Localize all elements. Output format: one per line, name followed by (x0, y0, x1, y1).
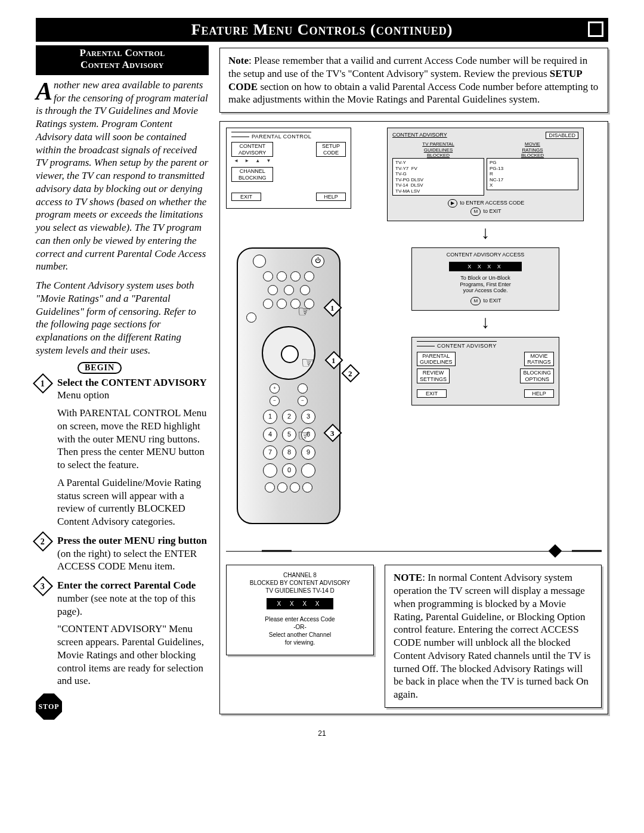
remote-num-5: 5 (282, 428, 296, 442)
setup-code-button: SETUP CODE (316, 142, 346, 157)
page-title: Feature Menu Controls (continued) (191, 21, 453, 38)
remote-round-button (290, 271, 301, 281)
m-key-icon: M (470, 208, 481, 216)
remote-vol-up: + (270, 383, 280, 394)
step-1-icon: 1 (33, 373, 53, 394)
remote-guide-button (263, 271, 273, 281)
diagram-panel: PARENTAL CONTROL CONTENT ADVISORY ◄ ► ▲ … (219, 121, 608, 714)
remote-pip-button (277, 482, 287, 493)
blocked-code-field: X X X X (267, 598, 333, 609)
diagram-step-2-icon: 2 (341, 364, 360, 383)
page-title-bar: Feature Menu Controls (continued) (36, 18, 608, 42)
remote-pip-button (302, 482, 312, 493)
intro-paragraph: Another new area available to parents fo… (36, 79, 209, 357)
arrow-down-icon: ↓ (387, 224, 584, 241)
parental-guidelines-button: PARENTAL GUIDELINES (417, 352, 456, 367)
blocked-screen: CHANNEL 8 BLOCKED BY CONTENT ADVISORY TV… (226, 565, 374, 655)
pointing-hand-icon: ☜ (298, 302, 311, 321)
remote-num-enter (301, 463, 315, 478)
remote-sleep-button (246, 312, 256, 323)
remote-vcr-button (284, 285, 294, 295)
help-button: HELP (316, 193, 346, 201)
section-heading: Parental Control Content Advisory (36, 45, 209, 75)
divider-ornament (226, 543, 602, 559)
help-button: HELP (524, 389, 554, 398)
remote-mute (298, 383, 308, 394)
remote-small-button (263, 299, 273, 309)
remote-num-7: 7 (263, 445, 277, 460)
title-bar-icon (588, 21, 603, 37)
step-2-icon: 2 (33, 531, 53, 552)
remote-numpad: 1 2 3 4 5 6 7 8 9 0 (238, 410, 339, 478)
movie-ratings-button: MOVIE RATINGS (524, 352, 554, 367)
step-2: 2 Press the outer MENU ring button (on t… (36, 534, 209, 573)
heading-line2: Content Advisory (80, 59, 164, 70)
access-code-field: X X X X (449, 262, 522, 271)
remote-num-2: 2 (282, 410, 296, 424)
arrow-down-icon: ↓ (387, 313, 584, 331)
content-advisory-menu: CONTENT ADVISORY PARENTAL GUIDELINES MOV… (411, 337, 559, 405)
pointing-hand-icon: ☜ (301, 354, 315, 372)
remote-ch-down: − (298, 396, 308, 406)
stop-icon: STOP (36, 693, 62, 720)
remote-num-0: 0 (282, 463, 296, 478)
exit-button: EXIT (417, 389, 447, 398)
review-settings-button: REVIEW SETTINGS (417, 368, 450, 383)
remote-round-button (304, 271, 314, 281)
remote-acc-button (300, 285, 310, 295)
page-number: 21 (36, 729, 608, 738)
heading-line1: Parental Control (79, 47, 165, 58)
parental-control-menu: PARENTAL CONTROL CONTENT ADVISORY ◄ ► ▲ … (226, 128, 351, 209)
content-advisory-status: CONTENT ADVISORY DISABLED TV PARENTAL GU… (387, 128, 584, 221)
play-icon: ▶ (448, 199, 457, 208)
dropcap: A (36, 79, 54, 101)
step-3-icon: 3 (33, 576, 53, 596)
remote-power-button: ⏻ (311, 255, 324, 268)
remote-info-button (277, 271, 287, 281)
remote-pip-button (265, 482, 275, 493)
content-advisory-button: CONTENT ADVISORY (231, 142, 273, 157)
begin-pill: BEGIN (78, 362, 122, 374)
remote-num-9: 9 (301, 445, 315, 460)
exit-button: EXIT (231, 193, 261, 201)
remote-num-alt (263, 463, 277, 478)
remote-num-3: 3 (301, 410, 315, 424)
top-note: Note: Please remember that a vailid and … (219, 48, 608, 113)
remote-num-1: 1 (263, 410, 277, 424)
access-code-menu: CONTENT ADVISORY ACCESS X X X X To Block… (411, 247, 559, 311)
m-key-icon: M (470, 297, 481, 305)
pointing-hand-icon: ☜ (298, 426, 311, 445)
remote-control-illustration: ⏻ (237, 247, 340, 524)
remote-vol-down: − (270, 396, 280, 406)
remote-tv-button (268, 285, 278, 295)
remote-num-8: 8 (282, 445, 296, 460)
remote-menu-center-button (281, 345, 299, 363)
step-3: 3 Enter the correct Parental Code number… (36, 579, 209, 688)
remote-av-button (253, 255, 266, 268)
remote-num-4: 4 (263, 428, 277, 442)
right-column: Note: Please remember that a vailid and … (219, 45, 608, 714)
remote-pip-button (290, 482, 300, 493)
bottom-note: NOTE: In normal Content Advisory system … (385, 565, 602, 708)
blocking-options-button: BLOCKING OPTIONS (520, 368, 554, 383)
step-1: 1 Select the CONTENT ADVISORY Menu optio… (36, 376, 209, 528)
arrows-row-icon: ◄ ► ▲ ▼ (234, 158, 273, 163)
remote-small-button (277, 299, 287, 309)
channel-blocking-button: CHANNEL BLOCKING (231, 167, 273, 182)
left-column: Parental Control Content Advisory Anothe… (36, 45, 209, 720)
